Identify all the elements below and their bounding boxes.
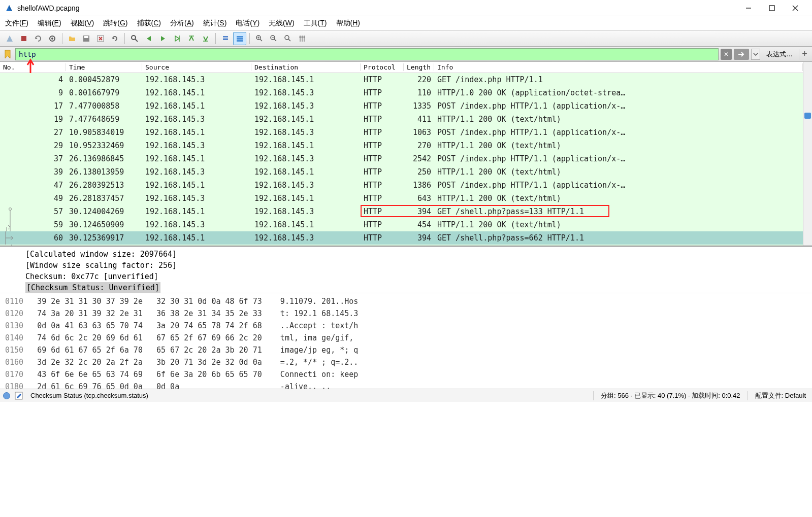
menu-item[interactable]: 文件(F)	[5, 19, 28, 28]
close-file-icon[interactable]	[94, 32, 107, 45]
reload-icon[interactable]	[108, 32, 121, 45]
packet-row[interactable]: 4726.280392513192.168.145.1192.168.145.3…	[0, 179, 803, 192]
packet-row[interactable]: 6230.125761838192.168.145.3192.168.145.1…	[0, 245, 803, 246]
packet-row[interactable]: 6030.125369917192.168.145.1192.168.145.3…	[0, 231, 803, 245]
open-file-icon[interactable]	[66, 32, 79, 45]
svg-rect-4	[21, 36, 26, 41]
detail-line[interactable]: [Calculated window size: 2097664]	[25, 249, 807, 260]
packet-list-header[interactable]: No. Time Source Destination Protocol Len…	[0, 62, 803, 73]
hex-line[interactable]: 0150 69 6d 61 67 65 2f 6a 70 65 67 2c 20…	[5, 344, 807, 356]
packet-row[interactable]: 90.001667979192.168.145.1192.168.145.3HT…	[0, 86, 803, 99]
packet-row[interactable]: 177.477000858192.168.145.1192.168.145.3H…	[0, 99, 803, 113]
add-filter-button[interactable]: +	[799, 49, 810, 60]
auto-scroll-icon[interactable]	[219, 32, 232, 45]
menu-item[interactable]: 统计(S)	[203, 19, 227, 28]
packet-row[interactable]: 5930.124650909192.168.145.3192.168.145.1…	[0, 218, 803, 231]
zoom-reset-icon[interactable]	[281, 32, 295, 45]
start-capture-icon[interactable]	[3, 32, 16, 45]
packet-row[interactable]: 2910.952332469192.168.145.3192.168.145.1…	[0, 139, 803, 152]
packet-bytes-pane[interactable]: 0110 39 2e 31 31 30 37 39 2e 32 30 31 0d…	[0, 293, 812, 389]
menu-item[interactable]: 工具(T)	[304, 19, 327, 28]
hex-line[interactable]: 0140 74 6d 6c 2c 20 69 6d 61 67 65 2f 67…	[5, 332, 807, 344]
packet-list[interactable]: 40.000452879192.168.145.3192.168.145.1HT…	[0, 73, 803, 246]
status-field: Checksum Status (tcp.checksum.status)	[27, 392, 151, 399]
hex-line[interactable]: 0160 3d 2e 32 2c 20 2a 2f 2a 3b 20 71 3d…	[5, 356, 807, 368]
packet-row[interactable]: 197.477648659192.168.145.3192.168.145.1H…	[0, 113, 803, 126]
svg-rect-22	[237, 40, 243, 42]
col-protocol[interactable]: Protocol	[361, 63, 404, 71]
packet-row[interactable]: 5730.124004269192.168.145.1192.168.145.3…	[0, 205, 803, 218]
svg-line-28	[274, 39, 276, 41]
save-file-icon[interactable]	[80, 32, 93, 45]
restart-capture-icon[interactable]	[31, 32, 45, 45]
menu-item[interactable]: 帮助(H)	[336, 19, 360, 28]
go-first-icon[interactable]	[185, 32, 198, 45]
hex-line[interactable]: 0130 0d 0a 41 63 63 65 70 74 3a 20 74 65…	[5, 320, 807, 332]
col-destination[interactable]: Destination	[251, 63, 361, 71]
menu-item[interactable]: 编辑(E)	[38, 19, 61, 28]
display-filter-input[interactable]	[16, 49, 718, 60]
hex-line[interactable]: 0180 2d 61 6c 69 76 65 0d 0a 0d 0a -aliv…	[5, 381, 807, 389]
related-packet-marker-icon	[0, 245, 17, 246]
edit-icon[interactable]	[14, 391, 23, 400]
expert-info-icon[interactable]	[3, 392, 10, 399]
zoom-in-icon[interactable]	[253, 32, 266, 45]
stop-capture-icon[interactable]	[17, 32, 30, 45]
detail-line[interactable]: Checksum: 0xc77c [unverified]	[25, 271, 807, 282]
close-button[interactable]	[784, 1, 807, 16]
packet-row[interactable]: 3726.136986845192.168.145.1192.168.145.3…	[0, 152, 803, 165]
svg-point-30	[285, 36, 289, 40]
go-last-icon[interactable]	[199, 32, 212, 45]
detail-line[interactable]: [Window size scaling factor: 256]	[25, 260, 807, 271]
packet-row[interactable]: 4926.281837457192.168.145.3192.168.145.1…	[0, 192, 803, 205]
filter-bar: ✕ 表达式… +	[0, 47, 812, 62]
col-length[interactable]: Length	[404, 63, 434, 71]
packet-list-scrollbar[interactable]	[803, 62, 812, 246]
menubar: 文件(F)编辑(E)视图(V)跳转(G)捕获(C)分析(A)统计(S)电话(Y)…	[0, 16, 812, 30]
svg-rect-21	[237, 38, 243, 40]
maximize-button[interactable]	[760, 1, 784, 16]
detail-line[interactable]: [Checksum Status: Unverified]	[25, 282, 807, 293]
col-source[interactable]: Source	[142, 63, 251, 71]
col-time[interactable]: Time	[66, 63, 142, 71]
filter-dropdown-icon[interactable]	[751, 49, 760, 60]
resize-columns-icon[interactable]	[296, 32, 309, 45]
bookmark-icon[interactable]	[2, 49, 13, 60]
go-back-icon[interactable]	[142, 32, 155, 45]
menu-item[interactable]: 捕获(C)	[137, 19, 161, 28]
related-packet-marker-icon	[0, 218, 17, 231]
menu-item[interactable]: 电话(Y)	[236, 19, 259, 28]
menu-item[interactable]: 分析(A)	[170, 19, 194, 28]
packet-row[interactable]: 2710.905834019192.168.145.1192.168.145.3…	[0, 126, 803, 139]
hex-line[interactable]: 0110 39 2e 31 31 30 37 39 2e 32 30 31 0d…	[5, 295, 807, 307]
svg-line-31	[288, 39, 290, 41]
statusbar: Checksum Status (tcp.checksum.status) 分组…	[0, 389, 812, 402]
clear-filter-button[interactable]: ✕	[721, 49, 732, 60]
status-profile[interactable]: 配置文件: Default	[752, 391, 809, 400]
minimize-button[interactable]	[737, 1, 760, 16]
packet-row[interactable]: 40.000452879192.168.145.3192.168.145.1HT…	[0, 73, 803, 86]
zoom-out-icon[interactable]	[267, 32, 280, 45]
window-title: shellofAWD.pcapng	[17, 4, 737, 12]
svg-rect-1	[769, 6, 774, 11]
hex-line[interactable]: 0170 43 6f 6e 6e 65 63 74 69 6f 6e 3a 20…	[5, 368, 807, 381]
menu-item[interactable]: 无线(W)	[269, 19, 295, 28]
col-no[interactable]: No.	[0, 63, 66, 71]
options-icon[interactable]	[46, 32, 59, 45]
menu-item[interactable]: 视图(V)	[71, 19, 94, 28]
titlebar: shellofAWD.pcapng	[0, 0, 812, 16]
hex-line[interactable]: 0120 74 3a 20 31 39 32 2e 31 36 38 2e 31…	[5, 307, 807, 320]
svg-point-12	[132, 36, 136, 40]
colorize-icon[interactable]	[233, 32, 246, 45]
find-icon[interactable]	[128, 32, 141, 45]
go-to-packet-icon[interactable]	[171, 32, 184, 45]
packet-details-pane[interactable]: [Calculated window size: 2097664][Window…	[0, 247, 812, 293]
menu-item[interactable]: 跳转(G)	[103, 19, 127, 28]
packet-row[interactable]: 3926.138013959192.168.145.3192.168.145.1…	[0, 165, 803, 179]
expression-button[interactable]: 表达式…	[762, 50, 797, 59]
col-info[interactable]: Info	[434, 63, 803, 71]
apply-filter-button[interactable]	[734, 49, 749, 60]
app-logo-icon	[5, 4, 13, 12]
svg-rect-20	[237, 36, 243, 38]
go-forward-icon[interactable]	[156, 32, 170, 45]
